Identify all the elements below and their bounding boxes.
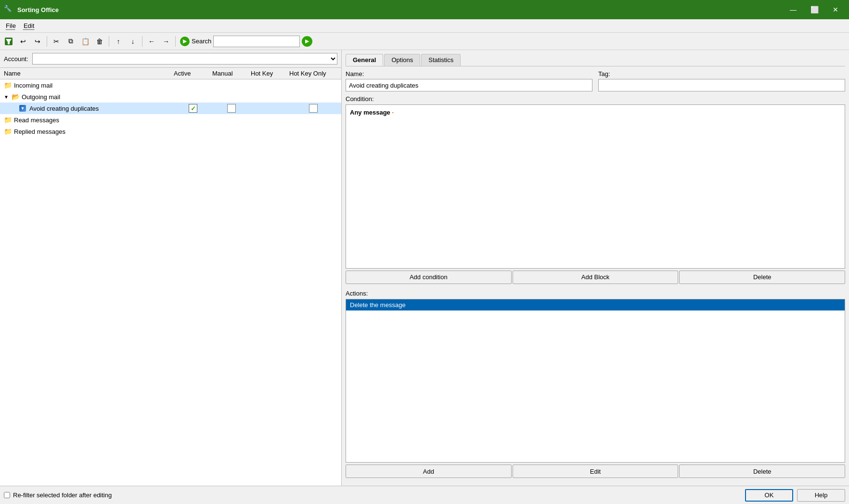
account-label: Account: — [4, 55, 28, 63]
cut-button[interactable]: ✂ — [50, 35, 63, 48]
main-container: Account: Name Active Manual Hot Key Hot … — [0, 50, 849, 486]
title-bar: 🔧 Sorting Office — ⬜ ✕ — [0, 0, 849, 19]
tab-general[interactable]: General — [346, 54, 383, 66]
tab-options[interactable]: Options — [384, 54, 420, 66]
condition-text: Any message · — [350, 109, 394, 116]
col-name: Name — [4, 70, 174, 77]
toolbar: ↩ ↪ ✂ ⧉ 📋 🗑 ↑ ↓ ← → ▶ Search ▶ — [0, 33, 849, 50]
app-icon: 🔧 — [4, 5, 13, 14]
name-label: Name: — [346, 70, 592, 78]
account-row: Account: — [0, 50, 341, 68]
left-panel: Account: Name Active Manual Hot Key Hot … — [0, 50, 342, 486]
actions-block: Actions: Delete the message Add Edit Del… — [346, 290, 845, 482]
actions-area: Delete the message — [346, 299, 845, 463]
condition-label: Condition: — [346, 95, 845, 103]
title-bar-left: 🔧 Sorting Office — [4, 5, 59, 14]
actions-btn-row: Add Edit Delete — [346, 465, 845, 478]
tree-item-label: Avoid creating duplicates — [29, 105, 99, 112]
delete-toolbar-button[interactable]: 🗑 — [93, 35, 106, 48]
tree-item-label: Replied messages — [14, 128, 65, 135]
expand-icon: ▼ — [4, 94, 9, 100]
name-input[interactable] — [346, 79, 592, 91]
col-hotkey: Hot Key — [251, 70, 289, 77]
tag-label: Tag: — [598, 70, 845, 78]
add-block-button[interactable]: Add Block — [513, 271, 679, 284]
folder-icon: 📂 — [12, 93, 20, 101]
add-condition-button[interactable]: Add condition — [346, 271, 512, 284]
search-input[interactable] — [213, 36, 300, 47]
tree-item-incoming-mail[interactable]: 📁 Incoming mail — [0, 79, 341, 91]
search-area: ▶ Search ▶ — [180, 36, 312, 47]
right-content: Name: Tag: Condition: Any message · Add — [346, 70, 845, 482]
status-left: Re-filter selected folder after editing — [4, 491, 112, 499]
search-go-icon: ▶ — [180, 37, 190, 46]
maximize-button[interactable]: ⬜ — [805, 2, 824, 17]
active-checkbox-checked[interactable] — [189, 104, 197, 113]
tree-item-label: Incoming mail — [14, 82, 52, 89]
add-action-button[interactable]: Add — [346, 465, 512, 478]
condition-area: Any message · — [346, 104, 845, 269]
search-label-text: Search — [192, 38, 211, 45]
delete-condition-button[interactable]: Delete — [679, 271, 845, 284]
toolbar-sep-2 — [109, 36, 109, 47]
redo-button[interactable]: ↪ — [31, 35, 44, 48]
status-bar: Re-filter selected folder after editing … — [0, 486, 849, 504]
toolbar-sep-3 — [142, 36, 142, 47]
minimize-button[interactable]: — — [784, 2, 803, 17]
app-title: Sorting Office — [17, 6, 59, 13]
hotkeyonly-checkbox[interactable] — [309, 104, 318, 113]
help-button[interactable]: Help — [797, 489, 845, 502]
search-submit-button[interactable]: ▶ — [302, 36, 312, 47]
menu-bar: File Edit — [0, 19, 849, 33]
close-button[interactable]: ✕ — [826, 2, 845, 17]
name-group: Name: — [346, 70, 592, 91]
manual-checkbox[interactable] — [227, 104, 236, 113]
folder-icon: 📁 — [4, 81, 12, 89]
paste-button[interactable]: 📋 — [78, 35, 92, 48]
menu-edit[interactable]: Edit — [20, 21, 38, 31]
delete-action-button[interactable]: Delete — [679, 465, 845, 478]
account-select[interactable] — [32, 53, 337, 65]
tag-input[interactable] — [598, 79, 845, 91]
title-controls: — ⬜ ✕ — [784, 2, 845, 17]
filter-toolbar-btn[interactable] — [2, 35, 15, 48]
copy-button[interactable]: ⧉ — [64, 35, 77, 48]
ok-button[interactable]: OK — [745, 489, 793, 502]
tree-item-label: Read messages — [14, 116, 59, 124]
status-right: OK Help — [745, 489, 845, 502]
filter-icon: ▼ — [19, 105, 26, 112]
edit-action-button[interactable]: Edit — [513, 465, 679, 478]
name-tag-row: Name: Tag: — [346, 70, 845, 91]
tag-group: Tag: — [598, 70, 845, 91]
condition-btn-row: Add condition Add Block Delete — [346, 271, 845, 284]
actions-label: Actions: — [346, 290, 845, 297]
col-active: Active — [174, 70, 212, 77]
menu-file[interactable]: File — [2, 21, 20, 31]
tree-item-outgoing-mail[interactable]: ▼ 📂 Outgoing mail — [0, 91, 341, 103]
tree-item-read-messages[interactable]: 📁 Read messages — [0, 114, 341, 126]
move-left-button[interactable]: ← — [145, 35, 158, 48]
toolbar-sep-1 — [47, 36, 47, 47]
condition-dot: · — [390, 109, 394, 116]
col-manual: Manual — [212, 70, 251, 77]
folder-icon: 📁 — [4, 128, 12, 135]
tree-item-label: Outgoing mail — [22, 93, 60, 101]
move-right-button[interactable]: → — [159, 35, 173, 48]
tree-item-avoid-duplicates[interactable]: ▼ Avoid creating duplicates — [0, 103, 341, 114]
move-down-button[interactable]: ↓ — [126, 35, 140, 48]
tree-content: 📁 Incoming mail ▼ 📂 Outgoing mail — [0, 79, 341, 486]
move-up-button[interactable]: ↑ — [112, 35, 125, 48]
tabs-row: General Options Statistics — [346, 54, 845, 66]
undo-button[interactable]: ↩ — [16, 35, 30, 48]
right-panel: General Options Statistics Name: Tag: Co… — [342, 50, 849, 486]
folder-icon: 📁 — [4, 116, 12, 124]
refilter-checkbox[interactable] — [4, 492, 10, 498]
tree-column-header: Name Active Manual Hot Key Hot Key Only — [0, 68, 341, 79]
toolbar-sep-4 — [175, 36, 176, 47]
col-hotkeyonly: Hot Key Only — [289, 70, 337, 77]
tree-item-replied-messages[interactable]: 📁 Replied messages — [0, 126, 341, 137]
refilter-label: Re-filter selected folder after editing — [13, 491, 112, 499]
condition-block: Condition: Any message · Add condition A… — [346, 95, 845, 288]
tab-statistics[interactable]: Statistics — [421, 54, 461, 66]
action-item-delete-message[interactable]: Delete the message — [346, 299, 845, 310]
